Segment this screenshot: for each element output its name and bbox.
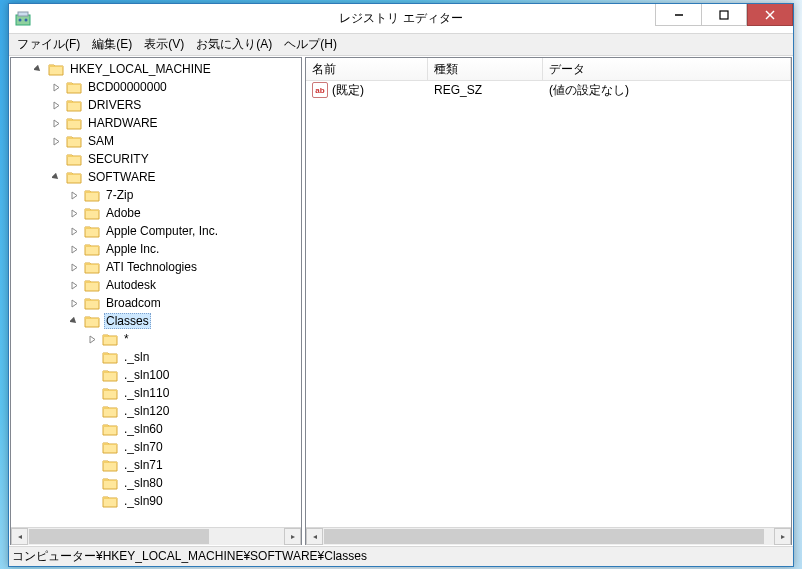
expander-icon[interactable]	[87, 460, 98, 471]
tree-item[interactable]: BCD00000000	[11, 78, 301, 96]
menu-view[interactable]: 表示(V)	[138, 34, 190, 55]
tree-item-label: *	[122, 332, 131, 346]
tree-item-label: Apple Inc.	[104, 242, 161, 256]
list-pane: 名前 種類 データ ab(既定)REG_SZ(値の設定なし) ◂ ▸	[305, 57, 792, 545]
scroll-track[interactable]	[323, 528, 774, 545]
menu-file[interactable]: ファイル(F)	[11, 34, 86, 55]
tree-item[interactable]: ._sln100	[11, 366, 301, 384]
tree-item[interactable]: SECURITY	[11, 150, 301, 168]
expander-icon[interactable]	[51, 172, 62, 183]
value-data: (値の設定なし)	[543, 82, 791, 99]
registry-editor-window: レジストリ エディター ファイル(F) 編集(E) 表示(V) お気に入り(A)…	[8, 3, 794, 567]
maximize-button[interactable]	[701, 4, 747, 26]
tree-item[interactable]: SAM	[11, 132, 301, 150]
tree-item-label: Apple Computer, Inc.	[104, 224, 220, 238]
svg-rect-5	[720, 11, 728, 19]
expander-icon[interactable]	[87, 442, 98, 453]
tree-item[interactable]: Autodesk	[11, 276, 301, 294]
tree-item[interactable]: ._sln60	[11, 420, 301, 438]
tree-item[interactable]: *	[11, 330, 301, 348]
tree-item[interactable]: Classes	[11, 312, 301, 330]
tree-pane: HKEY_LOCAL_MACHINEBCD00000000DRIVERSHARD…	[10, 57, 302, 545]
value-name: (既定)	[332, 82, 364, 99]
tree-item[interactable]: ATI Technologies	[11, 258, 301, 276]
statusbar: コンピューター¥HKEY_LOCAL_MACHINE¥SOFTWARE¥Clas…	[9, 546, 793, 566]
value-type: REG_SZ	[428, 83, 543, 97]
scroll-right-button[interactable]: ▸	[284, 528, 301, 545]
svg-point-2	[19, 18, 22, 21]
tree-item-label: HARDWARE	[86, 116, 160, 130]
expander-icon[interactable]	[69, 208, 80, 219]
tree-item-label: Autodesk	[104, 278, 158, 292]
tree-item-label: ._sln60	[122, 422, 165, 436]
list-header: 名前 種類 データ	[306, 58, 791, 81]
expander-icon[interactable]	[51, 100, 62, 111]
tree-item[interactable]: DRIVERS	[11, 96, 301, 114]
minimize-button[interactable]	[655, 4, 701, 26]
menubar: ファイル(F) 編集(E) 表示(V) お気に入り(A) ヘルプ(H)	[9, 34, 793, 56]
expander-icon[interactable]	[87, 406, 98, 417]
window-controls	[655, 4, 793, 26]
menu-help[interactable]: ヘルプ(H)	[278, 34, 343, 55]
tree-item[interactable]: Apple Computer, Inc.	[11, 222, 301, 240]
tree-item-label: 7-Zip	[104, 188, 135, 202]
expander-icon[interactable]	[69, 298, 80, 309]
expander-icon[interactable]	[87, 388, 98, 399]
expander-icon[interactable]	[87, 352, 98, 363]
tree-item[interactable]: HKEY_LOCAL_MACHINE	[11, 60, 301, 78]
expander-icon[interactable]	[69, 316, 80, 327]
list-row[interactable]: ab(既定)REG_SZ(値の設定なし)	[306, 81, 791, 99]
tree-item[interactable]: SOFTWARE	[11, 168, 301, 186]
tree-item[interactable]: 7-Zip	[11, 186, 301, 204]
expander-icon[interactable]	[51, 118, 62, 129]
expander-icon[interactable]	[69, 262, 80, 273]
content-area: HKEY_LOCAL_MACHINEBCD00000000DRIVERSHARD…	[9, 56, 793, 546]
expander-icon[interactable]	[87, 424, 98, 435]
expander-icon[interactable]	[87, 370, 98, 381]
expander-icon[interactable]	[69, 226, 80, 237]
column-data[interactable]: データ	[543, 58, 791, 80]
expander-icon[interactable]	[87, 478, 98, 489]
tree-item[interactable]: Apple Inc.	[11, 240, 301, 258]
svg-rect-1	[18, 12, 28, 16]
tree-item[interactable]: ._sln	[11, 348, 301, 366]
tree-item[interactable]: ._sln120	[11, 402, 301, 420]
expander-icon[interactable]	[51, 136, 62, 147]
menu-edit[interactable]: 編集(E)	[86, 34, 138, 55]
scroll-thumb[interactable]	[29, 529, 209, 544]
scroll-track[interactable]	[28, 528, 284, 545]
expander-icon[interactable]	[69, 244, 80, 255]
scroll-left-button[interactable]: ◂	[306, 528, 323, 545]
tree-hscroll[interactable]: ◂ ▸	[11, 527, 301, 544]
tree-item-label: SECURITY	[86, 152, 151, 166]
scroll-thumb[interactable]	[324, 529, 764, 544]
tree-item[interactable]: Adobe	[11, 204, 301, 222]
scroll-right-button[interactable]: ▸	[774, 528, 791, 545]
titlebar[interactable]: レジストリ エディター	[9, 4, 793, 34]
column-type[interactable]: 種類	[428, 58, 543, 80]
expander-icon[interactable]	[33, 64, 44, 75]
expander-icon[interactable]	[87, 496, 98, 507]
list-body[interactable]: ab(既定)REG_SZ(値の設定なし)	[306, 81, 791, 527]
expander-icon[interactable]	[51, 82, 62, 93]
tree-item[interactable]: ._sln90	[11, 492, 301, 510]
expander-icon[interactable]	[69, 280, 80, 291]
tree-item[interactable]: HARDWARE	[11, 114, 301, 132]
column-name[interactable]: 名前	[306, 58, 428, 80]
tree-item[interactable]: ._sln80	[11, 474, 301, 492]
close-button[interactable]	[747, 4, 793, 26]
tree-view[interactable]: HKEY_LOCAL_MACHINEBCD00000000DRIVERSHARD…	[11, 58, 301, 527]
expander-icon[interactable]	[87, 334, 98, 345]
status-path: コンピューター¥HKEY_LOCAL_MACHINE¥SOFTWARE¥Clas…	[12, 548, 367, 565]
tree-item-label: HKEY_LOCAL_MACHINE	[68, 62, 213, 76]
tree-item[interactable]: ._sln70	[11, 438, 301, 456]
tree-item[interactable]: ._sln110	[11, 384, 301, 402]
tree-item[interactable]: Broadcom	[11, 294, 301, 312]
scroll-left-button[interactable]: ◂	[11, 528, 28, 545]
expander-icon[interactable]	[51, 154, 62, 165]
list-hscroll[interactable]: ◂ ▸	[306, 527, 791, 544]
string-value-icon: ab	[312, 82, 328, 98]
expander-icon[interactable]	[69, 190, 80, 201]
tree-item[interactable]: ._sln71	[11, 456, 301, 474]
menu-favorites[interactable]: お気に入り(A)	[190, 34, 278, 55]
